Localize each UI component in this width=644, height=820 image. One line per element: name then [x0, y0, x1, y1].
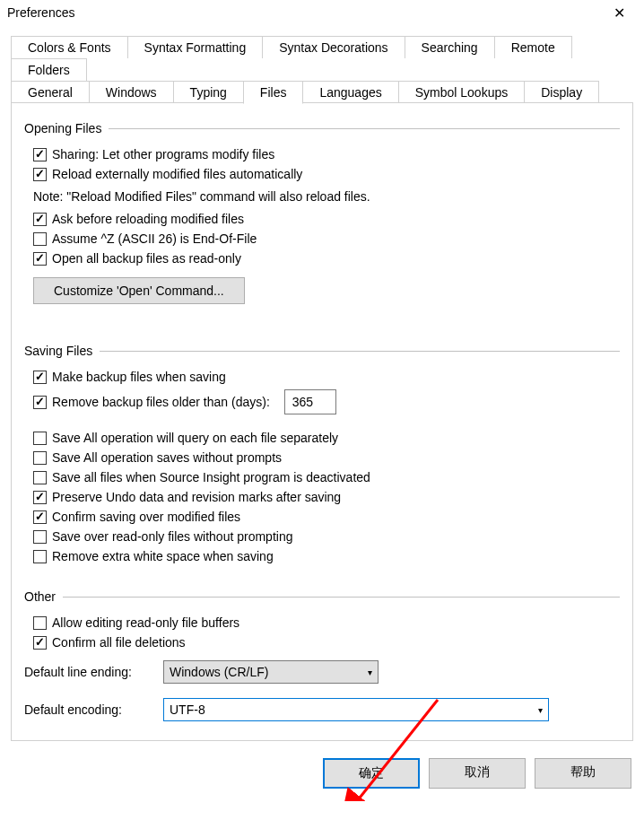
label-assume-eof: Assume ^Z (ASCII 26) is End-Of-File [52, 231, 257, 246]
label-confirm-overwrite: Confirm saving over modified files [52, 510, 240, 524]
label-line-ending: Default line ending: [24, 665, 163, 679]
tab-strip: Colors & FontsSyntax FormattingSyntax De… [0, 25, 644, 103]
group-opening: Opening Files [24, 121, 620, 135]
checkbox-confirm-delete[interactable] [33, 636, 47, 650]
chevron-down-icon: ▾ [368, 667, 372, 677]
close-icon[interactable]: ✕ [601, 4, 637, 22]
checkbox-confirm-overwrite[interactable] [33, 510, 47, 524]
checkbox-preserve-undo[interactable] [33, 491, 47, 504]
checkbox-assume-eof[interactable] [33, 232, 47, 246]
label-ask-reload: Ask before reloading modified files [52, 212, 244, 226]
checkbox-sharing[interactable] [33, 148, 47, 161]
label-sharing: Sharing: Let other programs modify files [52, 147, 274, 161]
help-button[interactable]: 帮助 [535, 758, 631, 789]
label-confirm-delete: Confirm all file deletions [52, 635, 186, 650]
label-backup-ro: Open all backup files as read-only [52, 251, 241, 266]
window-title: Preferences [4, 5, 74, 20]
select-line-ending[interactable]: Windows (CR/LF) ▾ [163, 660, 379, 684]
tab-windows[interactable]: Windows [89, 81, 174, 103]
checkbox-save-readonly[interactable] [33, 530, 47, 544]
ok-button[interactable]: 确定 [323, 758, 420, 789]
label-saveall-noprompt: Save All operation saves without prompts [52, 450, 282, 465]
label-preserve-undo: Preserve Undo data and revision marks af… [52, 490, 341, 504]
tab-display[interactable]: Display [524, 81, 599, 103]
dialog-buttons: 确定 取消 帮助 [0, 749, 644, 801]
tab-languages[interactable]: Languages [302, 81, 398, 103]
label-make-backup: Make backup files when saving [52, 370, 226, 384]
checkbox-remove-older[interactable] [33, 396, 47, 409]
tab-folders[interactable]: Folders [11, 58, 87, 81]
tab-searching[interactable]: Searching [405, 36, 495, 58]
select-encoding-value: UTF-8 [170, 702, 205, 717]
label-save-deactivated: Save all files when Source Insight progr… [52, 470, 370, 484]
checkbox-remove-whitespace[interactable] [33, 550, 47, 563]
label-saveall-query: Save All operation will query on each fi… [52, 431, 338, 445]
label-remove-older: Remove backup files older than (days): [52, 395, 270, 409]
group-saving-label: Saving Files [24, 344, 92, 358]
group-opening-label: Opening Files [24, 121, 101, 135]
tab-syntax-formatting[interactable]: Syntax Formatting [127, 36, 264, 58]
select-line-ending-value: Windows (CR/LF) [170, 665, 268, 679]
checkbox-saveall-noprompt[interactable] [33, 451, 47, 465]
select-encoding[interactable]: UTF-8 ▾ [163, 698, 549, 721]
tab-typing[interactable]: Typing [173, 81, 244, 103]
group-other: Other [24, 589, 620, 604]
label-encoding: Default encoding: [24, 702, 163, 717]
cancel-button[interactable]: 取消 [429, 758, 526, 789]
input-remove-older-days[interactable] [284, 389, 336, 414]
checkbox-allow-ro-edit[interactable] [33, 616, 47, 630]
checkbox-reload-ext[interactable] [33, 168, 47, 181]
label-allow-ro-edit: Allow editing read-only file buffers [52, 615, 239, 630]
customize-open-button[interactable]: Customize 'Open' Command... [33, 277, 245, 304]
label-save-readonly: Save over read-only files without prompt… [52, 529, 292, 544]
chevron-down-icon: ▾ [538, 705, 543, 715]
tab-files[interactable]: Files [243, 81, 304, 104]
tab-colors-fonts[interactable]: Colors & Fonts [11, 36, 128, 58]
checkbox-saveall-query[interactable] [33, 432, 47, 445]
label-remove-whitespace: Remove extra white space when saving [52, 549, 274, 563]
checkbox-backup-ro[interactable] [33, 252, 47, 266]
group-saving: Saving Files [24, 344, 620, 358]
tab-general[interactable]: General [11, 81, 90, 103]
files-pane: Opening Files Sharing: Let other program… [11, 102, 633, 741]
checkbox-ask-reload[interactable] [33, 213, 47, 226]
checkbox-save-deactivated[interactable] [33, 471, 47, 484]
tab-remote[interactable]: Remote [494, 36, 572, 58]
group-other-label: Other [24, 589, 56, 604]
label-reload-ext: Reload externally modified files automat… [52, 167, 302, 181]
tab-symbol-lookups[interactable]: Symbol Lookups [398, 81, 526, 103]
tab-syntax-decorations[interactable]: Syntax Decorations [262, 36, 405, 58]
note-reload: Note: "Reload Modified Files" command wi… [24, 184, 620, 209]
checkbox-make-backup[interactable] [33, 371, 47, 384]
